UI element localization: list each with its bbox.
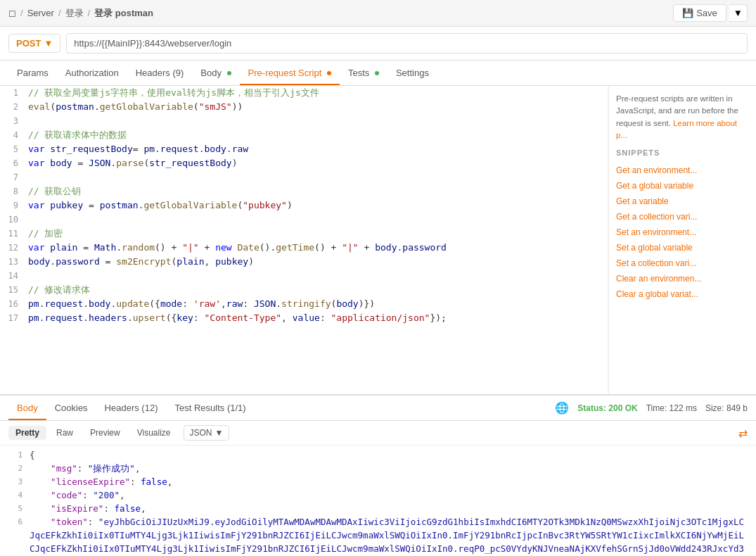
request-tabs: Params Authorization Headers (9) Body Pr… xyxy=(0,61,756,86)
save-icon: 💾 xyxy=(682,8,693,18)
breadcrumb-current: 登录 postman xyxy=(94,7,153,20)
breadcrumb: ◻ / Server / 登录 / 登录 postman xyxy=(8,7,153,20)
code-line-16: 16 pm.request.body.update({mode: 'raw',r… xyxy=(0,297,608,311)
code-line-4: 4 // 获取请求体中的数据 xyxy=(0,128,608,142)
title-bar: ◻ / Server / 登录 / 登录 postman 💾 Save ▼ xyxy=(0,0,756,27)
title-actions: 💾 Save ▼ xyxy=(673,4,748,22)
url-input[interactable] xyxy=(66,33,748,53)
snippets-title: SNIPPETS xyxy=(616,149,749,157)
tab-tests[interactable]: Tests xyxy=(340,62,387,85)
code-line-1: 1 // 获取全局变量js字符串，使用eval转为js脚本，相当于引入js文件 xyxy=(0,86,608,100)
json-line-1: 1 { xyxy=(8,448,748,462)
learn-more-link[interactable]: Learn more about p... xyxy=(616,119,737,139)
code-line-2: 2 eval(postman.getGlobalVariable("smJS")… xyxy=(0,100,608,114)
tab-headers[interactable]: Headers (9) xyxy=(127,62,193,85)
globe-icon: 🌐 xyxy=(555,401,569,415)
tab-params[interactable]: Params xyxy=(8,62,57,85)
fmt-pretty[interactable]: Pretty xyxy=(8,426,46,440)
json-format-select[interactable]: JSON ▼ xyxy=(184,425,230,441)
url-bar: POST ▼ xyxy=(0,27,756,61)
method-select[interactable]: POST ▼ xyxy=(8,34,60,53)
fmt-preview[interactable]: Preview xyxy=(83,426,127,440)
snippets-description: Pre-request scripts are written in JavaS… xyxy=(616,93,749,141)
json-line-3: 3 "licenseExpire": false, xyxy=(8,475,748,488)
response-tabs: Body Cookies Headers (12) Test Results (… xyxy=(8,397,255,419)
code-line-14: 14 xyxy=(0,269,608,283)
wrap-icon[interactable]: ⇄ xyxy=(738,427,748,440)
size-text: Size: 849 b xyxy=(705,403,748,413)
tab-response-body[interactable]: Body xyxy=(8,397,46,420)
snippet-clear-global[interactable]: Clear a global variat... xyxy=(616,286,749,302)
method-chevron: ▼ xyxy=(44,38,53,49)
save-button[interactable]: 💾 Save xyxy=(673,4,726,22)
code-editor[interactable]: 1 // 获取全局变量js字符串，使用eval转为js脚本，相当于引入js文件 … xyxy=(0,86,608,394)
breadcrumb-server[interactable]: Server xyxy=(27,8,54,18)
code-line-11: 11 // 加密 xyxy=(0,227,608,241)
tab-cookies[interactable]: Cookies xyxy=(46,397,96,420)
snippet-get-global[interactable]: Get a global variable xyxy=(616,178,749,194)
snippet-set-env[interactable]: Set an environment... xyxy=(616,225,749,240)
tab-body[interactable]: Body xyxy=(192,62,239,85)
code-line-12: 12 var plain = Math.random() + "|" + new… xyxy=(0,241,608,255)
status-info: 🌐 Status: 200 OK Time: 122 ms Size: 849 … xyxy=(555,401,748,415)
format-chevron: ▼ xyxy=(215,428,224,438)
code-line-3: 3 xyxy=(0,114,608,128)
snippets-panel: Pre-request scripts are written in JavaS… xyxy=(608,86,756,394)
code-line-5: 5 var str_requestBody= pm.request.body.r… xyxy=(0,142,608,156)
bottom-tabs-row: Body Cookies Headers (12) Test Results (… xyxy=(0,396,756,421)
time-text: Time: 122 ms xyxy=(646,403,697,413)
code-line-7: 7 xyxy=(0,170,608,184)
snippet-get-env[interactable]: Get an environment... xyxy=(616,163,749,178)
json-line-4: 4 "code": "200", xyxy=(8,488,748,502)
snippet-set-global[interactable]: Set a global variable xyxy=(616,240,749,255)
save-dropdown-button[interactable]: ▼ xyxy=(729,4,748,22)
code-line-13: 13 body.password = sm2Encrypt(plain, pub… xyxy=(0,255,608,269)
format-row: Pretty Raw Preview Visualize JSON ▼ ⇄ xyxy=(0,421,756,446)
tests-dot xyxy=(375,71,379,75)
tab-settings[interactable]: Settings xyxy=(387,62,437,85)
main-content: 1 // 获取全局变量js字符串，使用eval转为js脚本，相当于引入js文件 … xyxy=(0,86,756,394)
code-line-6: 6 var body = JSON.parse(str_requestBody) xyxy=(0,156,608,170)
file-icon: ◻ xyxy=(8,8,16,18)
prerequest-dot xyxy=(327,71,331,75)
snippet-get-var[interactable]: Get a variable xyxy=(616,194,749,209)
tab-authorization[interactable]: Authorization xyxy=(57,62,127,85)
fmt-visualize[interactable]: Visualize xyxy=(130,426,178,440)
json-line-5: 5 "isExpire": false, xyxy=(8,502,748,515)
snippet-get-collection[interactable]: Get a collection vari... xyxy=(616,209,749,225)
code-line-17: 17 pm.request.headers.upsert({key: "Cont… xyxy=(0,311,608,325)
fmt-raw[interactable]: Raw xyxy=(49,426,80,440)
body-dot xyxy=(227,71,231,75)
status-text: Status: 200 OK xyxy=(577,403,637,413)
code-line-10: 10 xyxy=(0,213,608,227)
tab-test-results[interactable]: Test Results (1/1) xyxy=(166,397,254,420)
code-line-9: 9 var pubkey = postman.getGlobalVariable… xyxy=(0,198,608,213)
code-line-15: 15 // 修改请求体 xyxy=(0,283,608,297)
snippet-clear-env[interactable]: Clear an environmen... xyxy=(616,271,749,286)
json-line-6: 6 "token": "eyJhbGciOiJIUzUxMiJ9.eyJodGi… xyxy=(8,515,748,556)
response-body: 1 { 2 "msg": "操作成功", 3 "licenseExpire": … xyxy=(0,446,756,556)
breadcrumb-login[interactable]: 登录 xyxy=(65,7,84,20)
tab-response-headers[interactable]: Headers (12) xyxy=(96,397,167,420)
json-label: JSON xyxy=(190,428,212,438)
code-line-8: 8 // 获取公钥 xyxy=(0,184,608,198)
tab-prerequest[interactable]: Pre-request Script xyxy=(240,62,340,85)
snippet-set-collection[interactable]: Set a collection vari... xyxy=(616,255,749,271)
bottom-panel: Body Cookies Headers (12) Test Results (… xyxy=(0,394,756,556)
json-line-2: 2 "msg": "操作成功", xyxy=(8,462,748,475)
method-label: POST xyxy=(16,38,41,49)
